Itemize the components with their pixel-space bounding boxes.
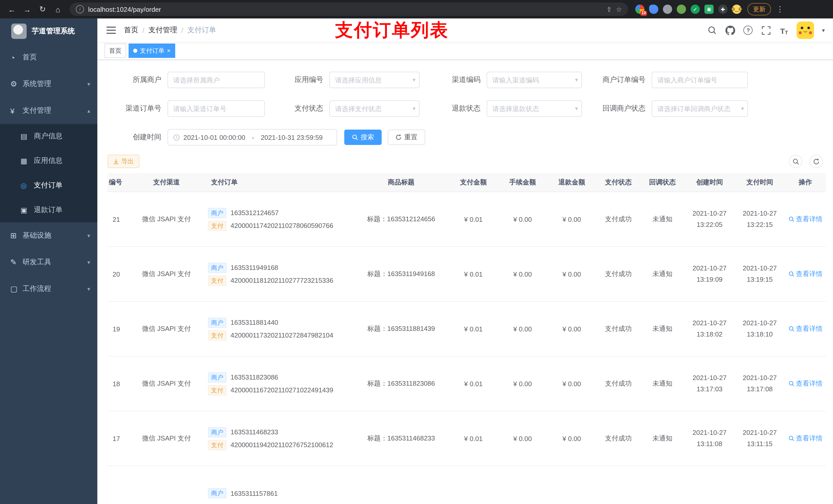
date-start: 2021-10-01 00:00:00 xyxy=(184,134,245,141)
close-icon[interactable]: × xyxy=(167,48,171,54)
search-icon[interactable] xyxy=(707,25,717,35)
channel-order-no-input[interactable] xyxy=(168,100,265,117)
breadcrumb-section[interactable]: 支付管理 xyxy=(148,26,177,35)
channel-transaction-no: 4200001173202110272847982104 xyxy=(231,331,333,339)
reset-button[interactable]: 重置 xyxy=(388,129,425,145)
filter-merchant: 所属商户 xyxy=(108,72,265,88)
browser-forward-button[interactable]: → xyxy=(21,3,34,16)
refund-status-select[interactable] xyxy=(487,100,582,117)
export-button[interactable]: 导出 xyxy=(108,155,139,168)
sidebar-logo[interactable]: 芋道管理系统 xyxy=(0,19,97,44)
date-range-picker[interactable]: 2021-10-01 00:00:00 - 2021-10-31 23:59:5… xyxy=(168,129,337,145)
fullscreen-icon[interactable] xyxy=(761,25,771,35)
merchant-order-no-input[interactable] xyxy=(652,72,748,88)
monitor-icon: ⊞ xyxy=(10,231,23,240)
app-select[interactable] xyxy=(329,72,420,88)
extension-emoji-icon[interactable]: ʘ‿ʘ xyxy=(732,5,741,14)
fee-amount: ¥ 0.00 xyxy=(498,302,547,356)
filter-app: 应用编号 ▾ xyxy=(265,72,420,88)
merchant-input[interactable] xyxy=(168,72,265,88)
help-icon[interactable]: ? xyxy=(743,25,753,35)
channel-code-select[interactable] xyxy=(487,72,582,88)
actions-cell: 查看详情 xyxy=(785,411,826,466)
notify-status: 未通知 xyxy=(640,302,685,356)
sidebar-item-system[interactable]: ⚙ 系统管理 ▾ xyxy=(0,71,97,97)
chevron-down-icon: ▾ xyxy=(87,259,90,266)
pay-amount: ¥ 0.01 xyxy=(449,356,498,411)
browser-menu-icon[interactable]: ⋮ xyxy=(776,5,784,14)
browser-back-button[interactable]: ← xyxy=(5,3,19,16)
top-navbar: 首页 / 支付管理 / 支付订单 支付订单列表 ? xyxy=(97,19,833,42)
extension-circle-icon[interactable] xyxy=(677,5,686,14)
pay-status: 支付成功 xyxy=(596,356,640,411)
extension-colorful-icon[interactable]: 10 xyxy=(635,5,644,14)
user-dropdown-caret-icon[interactable]: ▾ xyxy=(822,27,825,33)
screen: ← → ↻ ⌂ i localhost:1024/pay/order ⇧ ☆ 1… xyxy=(0,0,833,504)
sidebar-item-app-info[interactable]: ▦ 应用信息 xyxy=(0,148,97,173)
sidebar-item-merchant-info[interactable]: ▤ 商户信息 xyxy=(0,124,97,148)
pay-time: 2021-10-2713:18:10 xyxy=(735,302,785,356)
pay-time: 2021-10-2713:22:15 xyxy=(735,192,785,247)
user-avatar[interactable] xyxy=(797,22,814,39)
fee-amount: ¥ 0.00 xyxy=(498,356,547,411)
sidebar-item-home[interactable]: ◔ 首页 xyxy=(0,44,97,71)
refund-amount: ¥ 0.00 xyxy=(547,247,596,302)
create-time: 2021-10-2713:22:05 xyxy=(685,192,735,247)
browser-chrome: ← → ↻ ⌂ i localhost:1024/pay/order ⇧ ☆ 1… xyxy=(0,0,833,19)
sidebar-item-refund-order[interactable]: ▣ 退款订单 xyxy=(0,198,97,222)
font-size-icon[interactable]: TT xyxy=(779,25,789,35)
order-id: 20 xyxy=(113,270,120,278)
breadcrumb-current: 支付订单 xyxy=(188,26,216,35)
browser-update-button[interactable]: 更新 xyxy=(747,3,771,15)
chevron-up-icon: ▴ xyxy=(87,107,90,114)
notify-status-select[interactable] xyxy=(652,100,748,117)
pay-channel: 微信 JSAPI 支付 xyxy=(128,411,205,466)
magnifier-icon xyxy=(788,271,794,277)
extension-chat-icon[interactable]: ▣ xyxy=(705,5,714,14)
tab-pay-order[interactable]: 支付订单 × xyxy=(128,44,175,58)
view-detail-link[interactable]: 查看详情 xyxy=(788,379,823,388)
bookmark-star-icon[interactable]: ☆ xyxy=(616,5,622,13)
refresh-button[interactable] xyxy=(809,155,823,168)
table-row: 20 微信 JSAPI 支付 商户 1635311949168 支付 xyxy=(108,247,826,302)
extension-drop-icon[interactable] xyxy=(649,5,658,14)
refund-amount: ¥ 0.00 xyxy=(547,356,596,411)
notify-status: 未通知 xyxy=(640,247,685,302)
actions-cell: 查看详情 xyxy=(785,356,826,411)
url-text[interactable]: localhost:1024/pay/order xyxy=(88,5,161,13)
app-window: 芋道管理系统 ◔ 首页 ⚙ 系统管理 ▾ ¥ 支付管理 ▴ xyxy=(0,19,833,504)
browser-reload-button[interactable]: ↻ xyxy=(36,3,49,16)
extension-check-icon[interactable]: ✓ xyxy=(691,5,700,14)
site-info-icon[interactable]: i xyxy=(76,5,84,13)
view-detail-link[interactable]: 查看详情 xyxy=(788,324,823,333)
extension-pin-icon[interactable]: ✚ xyxy=(718,5,728,14)
sidebar-item-infra[interactable]: ⊞ 基础设施 ▾ xyxy=(0,222,97,249)
sidebar-item-devtools[interactable]: ✎ 研发工具 ▾ xyxy=(0,249,97,275)
sidebar-item-pay-order[interactable]: ◎ 支付订单 xyxy=(0,173,97,198)
pay-status-select[interactable] xyxy=(329,100,420,117)
fee-amount: ¥ 0.00 xyxy=(498,411,547,466)
channel-transaction-no: 4200001194202110276752100612 xyxy=(231,441,333,449)
github-icon[interactable] xyxy=(725,25,735,35)
table-row-partial: 商户 1635311157861 xyxy=(108,466,826,504)
filter-channel-code: 渠道编码 ▾ xyxy=(420,72,582,88)
breadcrumb-home[interactable]: 首页 xyxy=(124,26,138,35)
active-dot-icon xyxy=(133,49,137,53)
sidebar-item-workflow[interactable]: ▢ 工作流程 ▾ xyxy=(0,275,97,302)
date-end: 2021-10-31 23:59:59 xyxy=(261,134,323,141)
browser-home-button[interactable]: ⌂ xyxy=(51,3,65,16)
sidebar-item-payment[interactable]: ¥ 支付管理 ▴ xyxy=(0,97,97,124)
share-icon[interactable]: ⇧ xyxy=(606,5,612,13)
search-button[interactable]: 搜索 xyxy=(344,129,382,145)
breadcrumb: 首页 / 支付管理 / 支付订单 xyxy=(124,26,216,35)
address-bar[interactable]: i localhost:1024/pay/order ⇧ ☆ xyxy=(70,3,628,16)
hamburger-icon[interactable] xyxy=(105,25,117,35)
view-detail-link[interactable]: 查看详情 xyxy=(788,269,823,279)
product-title: 标题：1635311468233 xyxy=(354,411,449,466)
hide-search-button[interactable] xyxy=(789,155,802,168)
tab-home[interactable]: 首页 xyxy=(104,44,126,58)
table-toolbar: 导出 xyxy=(108,155,823,168)
view-detail-link[interactable]: 查看详情 xyxy=(788,215,823,224)
extension-globe-icon[interactable] xyxy=(663,5,672,14)
view-detail-link[interactable]: 查看详情 xyxy=(788,434,823,443)
